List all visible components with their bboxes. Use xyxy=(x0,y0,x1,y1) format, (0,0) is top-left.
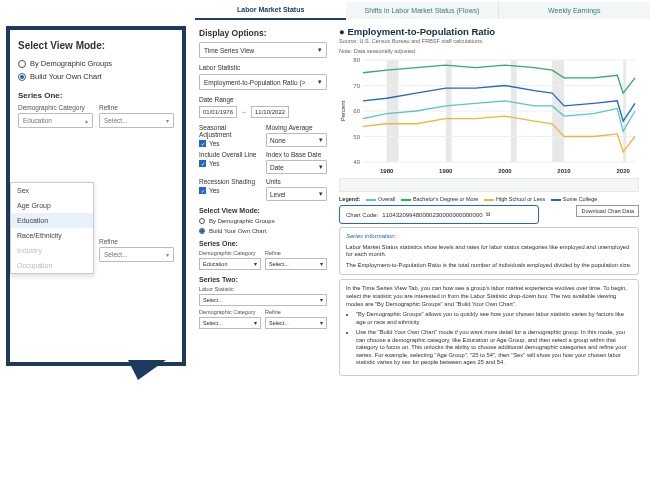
label-refine: Refine xyxy=(99,104,174,111)
select-demo-cat-s1[interactable]: Education▴ xyxy=(18,113,93,128)
chart-source: Source: U.S. Census Bureau and FRBSF sta… xyxy=(339,38,639,44)
select-index-base[interactable]: Date▾ xyxy=(266,160,327,174)
check-icon: ✓ xyxy=(199,160,206,167)
series-one-heading: Series One: xyxy=(18,91,174,100)
select-units[interactable]: Level▾ xyxy=(266,187,327,201)
panel-radio-demo[interactable]: By Demographic Groups xyxy=(199,218,327,224)
svg-text:1980: 1980 xyxy=(380,168,394,174)
demo-cat-dropdown: Sex Age Group Education Race/Ethnicity I… xyxy=(10,182,94,274)
select-refine-s2[interactable]: Select...▾ xyxy=(99,247,174,262)
select-display-view[interactable]: Time Series View▾ xyxy=(199,42,327,58)
dd-age[interactable]: Age Group xyxy=(11,198,93,213)
panel-radio-build[interactable]: Build Your Own Chart xyxy=(199,228,327,234)
check-icon: ✓ xyxy=(199,187,206,194)
callout-title: Select View Mode: xyxy=(18,40,174,51)
svg-text:2020: 2020 xyxy=(616,168,630,174)
svg-text:2010: 2010 xyxy=(557,168,571,174)
panel-s2-demo[interactable]: Select...▾ xyxy=(199,317,261,329)
svg-text:1990: 1990 xyxy=(439,168,453,174)
panel-view-mode-heading: Select View Mode: xyxy=(199,207,327,214)
arrow-right-icon: → xyxy=(241,109,247,115)
label-labor-statistic: Labor Statistic xyxy=(199,64,327,71)
chevron-down-icon: ▾ xyxy=(318,46,322,54)
dd-education[interactable]: Education xyxy=(11,213,93,228)
download-chart-button[interactable]: Download Chart Data xyxy=(576,205,639,217)
callout-pointer xyxy=(128,360,166,380)
range-slider[interactable] xyxy=(339,178,639,192)
line-chart[interactable]: 4050607080Percent19801990200020102020 xyxy=(339,58,639,176)
panel-s2-refine[interactable]: Select...▾ xyxy=(265,317,327,329)
svg-text:70: 70 xyxy=(353,83,360,89)
dd-sex[interactable]: Sex xyxy=(11,183,93,198)
chevron-down-icon: ▾ xyxy=(166,117,169,124)
radio-build-own[interactable]: Build Your Own Chart xyxy=(18,72,174,81)
checkbox-recession[interactable]: ✓Yes xyxy=(199,187,260,194)
dd-occupation[interactable]: Occupation xyxy=(11,258,93,273)
check-icon: ✓ xyxy=(199,140,206,147)
chevron-down-icon: ▾ xyxy=(166,251,169,258)
dd-industry[interactable]: Industry xyxy=(11,243,93,258)
chart-code-box: Chart Code:11043209948000023000000000000… xyxy=(339,205,539,224)
label-refine-2: Refine xyxy=(99,238,174,245)
svg-text:40: 40 xyxy=(353,159,360,165)
svg-text:80: 80 xyxy=(353,58,360,63)
copy-icon[interactable]: ⧉ xyxy=(486,211,490,218)
tab-bar: Labor Market Status Shifts in Labor Mark… xyxy=(195,0,650,20)
label-date-range: Date Range xyxy=(199,96,327,103)
select-moving-average[interactable]: None▾ xyxy=(266,133,327,147)
svg-text:Percent: Percent xyxy=(340,100,346,121)
chart-title: ● Employment-to-Population Ratio xyxy=(339,26,639,37)
display-options-heading: Display Options: xyxy=(199,28,327,38)
chevron-down-icon: ▾ xyxy=(318,78,322,86)
radio-demographic-groups[interactable]: By Demographic Groups xyxy=(18,59,174,68)
svg-text:60: 60 xyxy=(353,108,360,114)
panel-s1-refine[interactable]: Select...▾ xyxy=(265,258,327,270)
dd-race[interactable]: Race/Ethnicity xyxy=(11,228,93,243)
label-demo-cat: Demographic Category xyxy=(18,104,93,111)
svg-text:50: 50 xyxy=(353,134,360,140)
tab-flows[interactable]: Shifts in Labor Market Status (Flows) xyxy=(346,2,497,19)
select-refine-s1[interactable]: Select...▾ xyxy=(99,113,174,128)
chart-note: Note: Data seasonally adjusted. xyxy=(339,48,639,54)
legend: Legend: Overall Bachelor's Degree or Mor… xyxy=(339,196,639,202)
input-date-from[interactable]: 01/01/1976 xyxy=(199,106,237,118)
panel-s1-demo[interactable]: Education▾ xyxy=(199,258,261,270)
series-info-box: Series Information: Labor Market Status … xyxy=(339,227,639,275)
options-panel: Display Options: Time Series View▾ Labor… xyxy=(195,20,333,329)
tab-labor-market-status[interactable]: Labor Market Status xyxy=(195,1,346,20)
tab-weekly-earnings[interactable]: Weekly Earnings xyxy=(498,2,650,19)
select-labor-statistic[interactable]: Employment-to-Population Ratio (>▾ xyxy=(199,74,327,90)
panel-s2-stat[interactable]: Select...▾ xyxy=(199,294,327,306)
chevron-up-icon: ▴ xyxy=(85,117,88,124)
help-info-box: In the Time Series View Tab, you can how… xyxy=(339,279,639,375)
chart-area: 4050607080Percent19801990200020102020 xyxy=(339,58,639,176)
input-date-to[interactable]: 11/10/2022 xyxy=(251,106,289,118)
checkbox-seasonal[interactable]: ✓Yes xyxy=(199,140,260,147)
svg-text:2000: 2000 xyxy=(498,168,512,174)
checkbox-overall-line[interactable]: ✓Yes xyxy=(199,160,260,167)
